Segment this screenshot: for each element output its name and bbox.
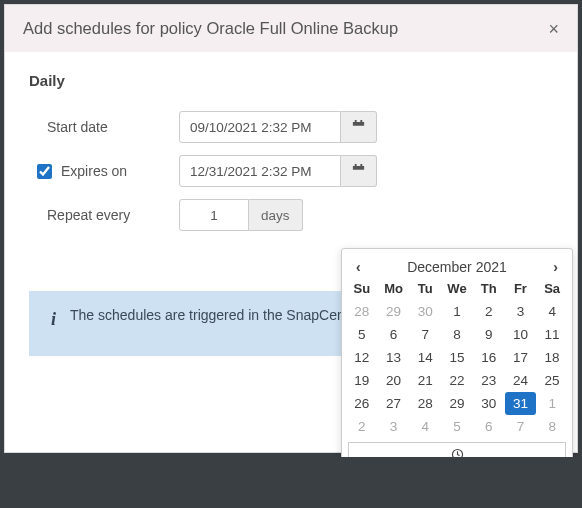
datepicker-day[interactable]: 25 <box>536 369 568 392</box>
datepicker-title[interactable]: December 2021 <box>407 259 507 275</box>
datepicker-day[interactable]: 2 <box>346 415 378 438</box>
datepicker-day[interactable]: 16 <box>473 346 505 369</box>
datepicker-day[interactable]: 3 <box>378 415 410 438</box>
close-icon[interactable]: × <box>548 20 559 38</box>
datepicker-day[interactable]: 5 <box>441 415 473 438</box>
datepicker-day[interactable]: 29 <box>441 392 473 415</box>
datepicker-dow: Fr <box>505 277 537 300</box>
datepicker-day[interactable]: 30 <box>409 300 441 323</box>
datepicker-dow: Th <box>473 277 505 300</box>
datepicker-day[interactable]: 23 <box>473 369 505 392</box>
datepicker-day[interactable]: 7 <box>409 323 441 346</box>
datepicker-day[interactable]: 1 <box>536 392 568 415</box>
dialog-body: Daily Start date Expires on <box>5 52 577 366</box>
datepicker-day[interactable]: 11 <box>536 323 568 346</box>
datepicker-day[interactable]: 17 <box>505 346 537 369</box>
datepicker-day[interactable]: 7 <box>505 415 537 438</box>
input-group-repeat: days <box>179 199 303 231</box>
row-expires-on: Expires on <box>29 155 553 187</box>
datepicker-dow: Tu <box>409 277 441 300</box>
datepicker-dow: Mo <box>378 277 410 300</box>
datepicker-day[interactable]: 4 <box>536 300 568 323</box>
datepicker-day[interactable]: 22 <box>441 369 473 392</box>
label-expires-on: Expires on <box>29 161 179 182</box>
datepicker-day[interactable]: 5 <box>346 323 378 346</box>
datepicker-day[interactable]: 15 <box>441 346 473 369</box>
next-month-icon[interactable]: › <box>549 259 562 275</box>
prev-month-icon[interactable]: ‹ <box>352 259 365 275</box>
datepicker-day[interactable]: 14 <box>409 346 441 369</box>
row-start-date: Start date <box>29 111 553 143</box>
datepicker-day[interactable]: 10 <box>505 323 537 346</box>
datepicker-day[interactable]: 9 <box>473 323 505 346</box>
datepicker-day[interactable]: 21 <box>409 369 441 392</box>
row-repeat-every: Repeat every days <box>29 199 553 231</box>
datepicker-day[interactable]: 4 <box>409 415 441 438</box>
calendar-icon[interactable] <box>341 155 377 187</box>
calendar-icon[interactable] <box>341 111 377 143</box>
info-icon: i <box>47 307 56 330</box>
datepicker-day[interactable]: 2 <box>473 300 505 323</box>
datepicker-day[interactable]: 8 <box>441 323 473 346</box>
dialog-header: Add schedules for policy Oracle Full Onl… <box>5 5 577 52</box>
time-picker-toggle[interactable] <box>348 442 566 457</box>
datepicker-popup: ‹ December 2021 › SuMoTuWeThFrSa28293012… <box>341 248 573 457</box>
schedule-dialog: Add schedules for policy Oracle Full Onl… <box>4 4 578 453</box>
datepicker-day[interactable]: 28 <box>346 300 378 323</box>
datepicker-day[interactable]: 8 <box>536 415 568 438</box>
datepicker-day[interactable]: 27 <box>378 392 410 415</box>
input-group-expires-on <box>179 155 377 187</box>
datepicker-day[interactable]: 26 <box>346 392 378 415</box>
datepicker-day[interactable]: 20 <box>378 369 410 392</box>
datepicker-dow: Su <box>346 277 378 300</box>
label-repeat-every: Repeat every <box>29 207 179 223</box>
dialog-title: Add schedules for policy Oracle Full Onl… <box>23 19 398 38</box>
expires-on-input[interactable] <box>179 155 341 187</box>
datepicker-grid: SuMoTuWeThFrSa28293012345678910111213141… <box>346 277 568 438</box>
start-date-input[interactable] <box>179 111 341 143</box>
datepicker-dow: We <box>441 277 473 300</box>
repeat-unit: days <box>249 199 303 231</box>
datepicker-day[interactable]: 12 <box>346 346 378 369</box>
input-group-start-date <box>179 111 377 143</box>
section-title-daily: Daily <box>29 72 553 89</box>
datepicker-day[interactable]: 28 <box>409 392 441 415</box>
datepicker-day[interactable]: 1 <box>441 300 473 323</box>
datepicker-day[interactable]: 30 <box>473 392 505 415</box>
datepicker-day[interactable]: 18 <box>536 346 568 369</box>
datepicker-day[interactable]: 6 <box>378 323 410 346</box>
datepicker-header: ‹ December 2021 › <box>346 253 568 277</box>
datepicker-day[interactable]: 29 <box>378 300 410 323</box>
datepicker-day[interactable]: 3 <box>505 300 537 323</box>
datepicker-day[interactable]: 31 <box>505 392 537 415</box>
repeat-value-input[interactable] <box>179 199 249 231</box>
datepicker-day[interactable]: 24 <box>505 369 537 392</box>
datepicker-day[interactable]: 6 <box>473 415 505 438</box>
datepicker-dow: Sa <box>536 277 568 300</box>
label-start-date: Start date <box>29 119 179 135</box>
datepicker-day[interactable]: 13 <box>378 346 410 369</box>
expires-on-checkbox[interactable] <box>37 164 52 179</box>
datepicker-day[interactable]: 19 <box>346 369 378 392</box>
